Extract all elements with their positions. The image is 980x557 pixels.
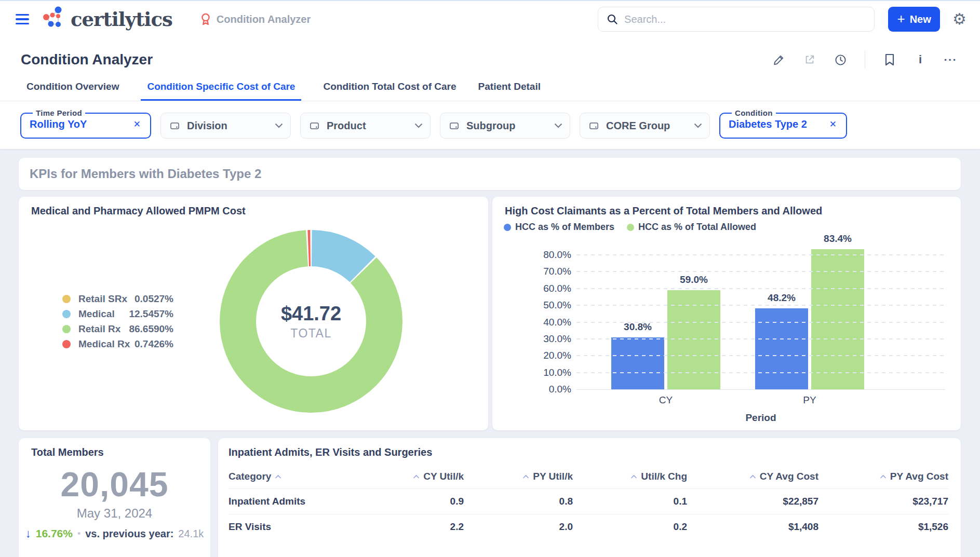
column-header-cy-utilk[interactable]: CY Util/k — [382, 465, 464, 488]
y-gridline — [576, 305, 945, 306]
y-gridline — [576, 372, 945, 373]
donut-svg — [220, 230, 402, 413]
table-cell: 0.9 — [382, 488, 464, 514]
bar-py-members[interactable]: 48.2% — [755, 308, 808, 389]
core-group-dropdown[interactable]: CORE Group — [580, 113, 710, 139]
new-button[interactable]: + New — [888, 7, 940, 32]
edit-icon[interactable] — [773, 53, 785, 66]
app-header: certilytics Condition Analyzer + New — [0, 1, 980, 37]
table-cell: $23,717 — [818, 488, 948, 514]
tab-patient-detail[interactable]: Patient Detail — [478, 81, 541, 101]
table-cell: $22,857 — [687, 488, 818, 514]
y-tick-label: 10.0% — [504, 367, 571, 378]
column-header-py-utilk[interactable]: PY Util/k — [464, 465, 573, 488]
condition-filter[interactable]: Condition Diabetes Type 2 ✕ — [719, 108, 847, 139]
kpi-banner: KPIs for Members with Diabetes Type 2 — [19, 158, 961, 190]
pmpm-cost-card: Medical and Pharmacy Allowed PMPM Cost R… — [19, 197, 488, 430]
legend-label: HCC as % of Members — [515, 222, 614, 233]
y-tick-label: 20.0% — [504, 350, 571, 361]
top-section: certilytics Condition Analyzer + New — [0, 1, 980, 149]
total-members-title: Total Members — [19, 438, 210, 458]
legend-item[interactable]: Medical Rx 0.7426% — [62, 336, 173, 351]
legend-item[interactable]: Retail SRx 0.0527% — [62, 291, 173, 306]
chevron-down-icon — [275, 123, 283, 128]
y-axis: 0.0%10.0%20.0%30.0%40.0%50.0%60.0%70.0%8… — [504, 249, 571, 390]
legend-label: Retail SRx — [78, 293, 135, 305]
legend-dot — [62, 325, 71, 333]
subgroup-label: Subgroup — [466, 120, 547, 132]
bar-chart: 0.0%10.0%20.0%30.0%40.0%50.0%60.0%70.0%8… — [504, 249, 949, 390]
open-external-icon[interactable] — [803, 53, 816, 66]
bar-cy-members[interactable]: 30.8% — [611, 337, 664, 389]
pmpm-card-title: Medical and Pharmacy Allowed PMPM Cost — [19, 197, 488, 217]
comparison-value: 24.1k — [178, 528, 204, 540]
donut-segment-retail-rx[interactable] — [238, 248, 384, 395]
y-tick-label: 40.0% — [504, 317, 571, 328]
division-dropdown[interactable]: Division — [160, 113, 291, 139]
y-gridline — [576, 254, 945, 255]
bookmark-icon[interactable] — [883, 53, 896, 66]
clear-condition-icon[interactable]: ✕ — [827, 118, 839, 131]
y-tick-label: 60.0% — [504, 283, 571, 294]
info-icon[interactable]: i — [914, 53, 927, 66]
app-badge[interactable]: Condition Analyzer — [199, 12, 311, 26]
chevron-down-icon — [694, 123, 702, 128]
gear-icon[interactable]: ⚙ — [952, 11, 966, 27]
table-cell: 0.2 — [573, 514, 687, 539]
kpi-banner-text: KPIs for Members with Diabetes Type 2 — [30, 167, 261, 181]
tab-condition-specific-cost[interactable]: Condition Specific Cost of Care — [141, 81, 301, 101]
column-header-py-avg-cost[interactable]: PY Avg Cost — [818, 465, 948, 488]
legend-value: 0.0527% — [135, 293, 173, 305]
chevron-down-icon — [554, 123, 562, 128]
subgroup-dropdown[interactable]: Subgroup — [440, 113, 570, 139]
clear-time-period-icon[interactable]: ✕ — [131, 118, 143, 131]
legend-item[interactable]: Medical 12.5457% — [62, 306, 173, 321]
column-header-utilk-chg[interactable]: Util/k Chg — [573, 465, 687, 488]
divider — [865, 51, 865, 69]
title-bar: Condition Analyzer i ••• — [0, 37, 980, 69]
bar-value-label: 48.2% — [755, 292, 808, 304]
certilytics-logo[interactable]: certilytics — [39, 6, 172, 33]
sort-icon — [522, 474, 529, 479]
total-members-date: May 31, 2024 — [19, 506, 210, 521]
y-tick-label: 50.0% — [504, 300, 571, 311]
bar-py-allowed[interactable]: 83.4% — [811, 249, 864, 389]
legend-item[interactable]: Retail Rx 86.6590% — [62, 321, 173, 336]
history-icon[interactable] — [834, 53, 847, 66]
tab-condition-total-cost[interactable]: Condition Total Cost of Care — [323, 81, 456, 101]
y-tick-label: 30.0% — [504, 333, 571, 345]
tab-condition-overview[interactable]: Condition Overview — [26, 81, 119, 101]
product-dropdown[interactable]: Product — [300, 113, 431, 139]
time-period-filter[interactable]: Time Period Rolling YoY ✕ — [20, 108, 151, 139]
tag-icon — [449, 120, 460, 131]
column-header-category[interactable]: Category — [229, 465, 382, 488]
donut-chart[interactable]: $41.72 TOTAL — [220, 230, 402, 413]
brand-name: certilytics — [71, 8, 172, 31]
y-gridline — [576, 338, 945, 339]
time-period-label: Time Period — [33, 108, 85, 117]
table-cell: ER Visits — [229, 514, 382, 539]
search-box[interactable] — [598, 7, 875, 32]
search-icon — [607, 13, 618, 25]
table-cell: $1,526 — [818, 514, 948, 539]
sort-icon — [749, 474, 756, 479]
change-percent: 16.76% — [36, 527, 73, 540]
filter-bar: Time Period Rolling YoY ✕ Division Produ… — [0, 101, 980, 139]
plus-icon: + — [897, 12, 905, 25]
search-input[interactable] — [624, 13, 866, 25]
donut-legend: Retail SRx 0.0527% Medical 12.5457% Reta… — [62, 291, 173, 351]
total-members-stats: ↓ 16.76% • vs. previous year: 24.1k — [19, 527, 210, 540]
total-members-card: Total Members 20,045 May 31, 2024 ↓ 16.7… — [19, 438, 210, 557]
menu-icon[interactable] — [16, 14, 29, 24]
hcc-legend: HCC as % of Members HCC as % of Total Al… — [504, 222, 961, 233]
legend-dot — [504, 224, 511, 231]
total-members-value: 20,045 — [19, 465, 210, 504]
column-header-cy-avg-cost[interactable]: CY Avg Cost — [687, 465, 818, 488]
page-title: Condition Analyzer — [21, 51, 153, 68]
more-icon[interactable]: ••• — [945, 53, 957, 66]
sort-icon — [413, 474, 420, 479]
legend-item[interactable]: HCC as % of Members — [504, 222, 614, 233]
legend-value: 86.6590% — [129, 323, 173, 335]
legend-item[interactable]: HCC as % of Total Allowed — [627, 222, 756, 233]
y-tick-label: 0.0% — [504, 384, 571, 395]
